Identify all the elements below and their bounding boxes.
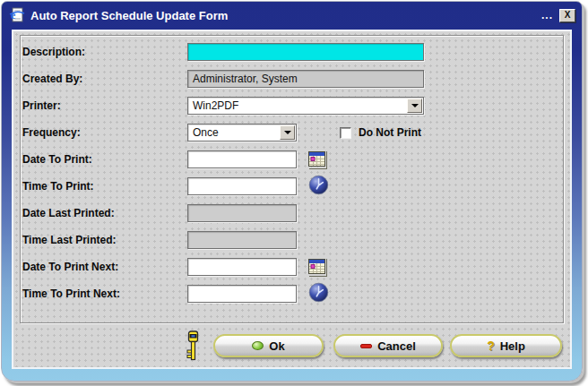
row-time-to-print: Time To Print:	[15, 173, 568, 200]
svg-text:e: e	[11, 9, 16, 21]
description-input[interactable]	[187, 43, 424, 61]
clock-icon	[308, 175, 329, 198]
do-not-print-label: Do Not Print	[359, 126, 421, 139]
help-question-icon: ?	[487, 339, 495, 353]
date-to-print-picker-button[interactable]	[308, 150, 326, 168]
chevron-down-icon[interactable]	[280, 125, 295, 140]
window-title: Auto Report Schedule Update Form	[30, 9, 541, 22]
ie-page-icon: e	[8, 7, 26, 23]
cancel-button-label: Cancel	[377, 339, 416, 353]
row-time-to-print-next: Time To Print Next:	[15, 280, 568, 307]
row-printer: Printer: Win2PDF	[15, 92, 568, 119]
key-icon	[186, 330, 201, 362]
footer-button-bar: Ok Cancel ? Help	[13, 331, 570, 360]
row-time-last-printed: Time Last Printed:	[15, 227, 568, 253]
close-icon: X	[565, 10, 571, 21]
time-to-print-next-picker-button[interactable]	[308, 282, 329, 305]
printer-value: Win2PDF	[188, 98, 423, 114]
description-label: Description:	[22, 46, 187, 58]
row-description: Description:	[15, 39, 568, 65]
frequency-label: Frequency:	[22, 126, 187, 139]
date-last-printed-label: Date Last Printed:	[22, 207, 187, 219]
created-by-label: Created By:	[22, 73, 187, 85]
date-to-print-next-label: Date To Print Next:	[22, 261, 187, 273]
row-created-by: Created By: Administrator, System	[15, 65, 568, 92]
form-rows: Description: Created By: Administrator, …	[15, 31, 568, 307]
close-button[interactable]: X	[559, 9, 575, 22]
row-date-to-print: Date To Print:	[15, 146, 568, 173]
calendar-icon	[308, 150, 326, 168]
cancel-button[interactable]: Cancel	[333, 334, 443, 357]
cancel-red-dash-icon	[360, 344, 372, 348]
created-by-field: Administrator, System	[187, 70, 424, 88]
help-button[interactable]: ? Help	[450, 334, 562, 357]
row-date-last-printed: Date Last Printed:	[15, 200, 568, 227]
dialog-window: e Auto Report Schedule Update Form ... X…	[1, 1, 583, 382]
time-to-print-next-input[interactable]	[187, 285, 297, 303]
calendar-icon	[308, 258, 326, 276]
do-not-print-checkbox[interactable]	[340, 127, 351, 139]
frequency-dropdown[interactable]: Once	[187, 124, 297, 142]
date-to-print-next-input[interactable]	[187, 258, 297, 276]
time-last-printed-label: Time Last Printed:	[22, 234, 187, 246]
date-to-print-next-picker-button[interactable]	[308, 258, 326, 276]
printer-label: Printer:	[22, 99, 187, 112]
time-to-print-next-label: Time To Print Next:	[22, 287, 187, 300]
row-date-to-print-next: Date To Print Next:	[15, 253, 568, 280]
help-button-label: Help	[500, 339, 525, 353]
time-to-print-picker-button[interactable]	[308, 175, 329, 198]
chevron-down-icon[interactable]	[407, 99, 422, 113]
clock-icon	[308, 282, 329, 305]
printer-dropdown[interactable]: Win2PDF	[187, 97, 424, 115]
time-to-print-input[interactable]	[187, 177, 297, 195]
dialog-content: Description: Created By: Administrator, …	[12, 30, 572, 369]
row-frequency: Frequency: Once Do Not Print	[15, 119, 568, 146]
date-to-print-input[interactable]	[187, 150, 297, 168]
titlebar-more: ...	[541, 9, 553, 21]
ok-button-label: Ok	[269, 339, 284, 353]
ok-green-dot-icon	[252, 341, 264, 350]
title-bar[interactable]: e Auto Report Schedule Update Form ... X	[2, 2, 582, 27]
ok-button[interactable]: Ok	[213, 334, 324, 357]
time-last-printed-field	[187, 231, 297, 249]
date-last-printed-field	[187, 204, 297, 222]
time-to-print-label: Time To Print:	[22, 180, 187, 193]
date-to-print-label: Date To Print:	[22, 153, 187, 166]
